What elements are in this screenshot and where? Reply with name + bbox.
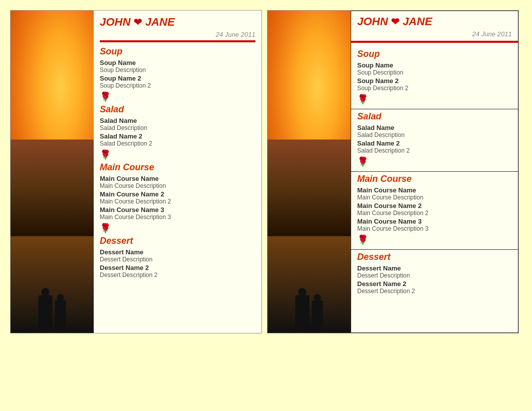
salad-item-2: Salad Name 2 Salad Description 2 (100, 132, 255, 147)
dessert-name-1: Dessert Name (100, 248, 255, 256)
main-item-3: Main Course Name 3 Main Course Descripti… (100, 206, 255, 221)
soup-name-1: Soup Name (100, 59, 255, 66)
card-1-content: JOHN ❤ JANE 24 June 2011 Soup Soup Name … (94, 11, 261, 333)
soup-item-1-2: Soup Name Soup Description (357, 61, 512, 76)
salad-item-2-2: Salad Name 2 Salad Description 2 (357, 140, 512, 154)
dessert-item-2-2: Dessert Name 2 Dessert Description 2 (357, 280, 512, 295)
rose-6: 🌹 (357, 234, 512, 245)
photo-1 (11, 11, 94, 333)
soup-title: Soup (100, 46, 255, 57)
salad-title: Salad (100, 104, 255, 115)
soup-desc-2-2: Soup Description 2 (357, 85, 512, 92)
card-2-header-area: JOHN ❤ JANE 24 June 2011 (351, 11, 518, 39)
name-john: JOHN (100, 16, 130, 29)
rose-icon-5: 🌹 (357, 156, 368, 167)
salad-title-2: Salad (357, 111, 512, 122)
soup-desc-2: Soup Description 2 (100, 82, 255, 89)
salad-section: Salad Salad Name Salad Description Salad… (100, 104, 255, 160)
page-wrapper: JOHN ❤ JANE 24 June 2011 Soup Soup Name … (10, 10, 522, 333)
name-john-2: JOHN (357, 15, 388, 28)
event-date-2: 24 June 2011 (357, 30, 512, 38)
salad-section-2: Salad Salad Name Salad Description Salad… (351, 109, 518, 172)
silhouette-2 (268, 220, 351, 333)
divider-1 (100, 40, 255, 42)
divider-2 (351, 41, 518, 43)
rose-5: 🌹 (357, 156, 512, 167)
rose-icon-4: 🌹 (357, 94, 368, 105)
couple-names: JOHN ❤ JANE (100, 16, 175, 29)
main-item-2-2: Main Course Name 2 Main Course Descripti… (357, 202, 512, 217)
dessert-item-1: Dessert Name Dessert Description (100, 248, 255, 263)
rose-icon-1: 🌹 (100, 91, 111, 102)
soup-item-2-2: Soup Name 2 Soup Description 2 (357, 77, 512, 92)
salad-desc-2-2: Salad Description 2 (357, 147, 512, 154)
salad-name-1-2: Salad Name (357, 124, 512, 131)
card-2-content: JOHN ❤ JANE 24 June 2011 Soup Soup Name … (351, 11, 518, 333)
dessert-item-2: Dessert Name 2 Dessert Description 2 (100, 264, 255, 279)
card-1-header: JOHN ❤ JANE (100, 16, 255, 29)
soup-desc-1-2: Soup Description (357, 69, 512, 76)
card-2-header: JOHN ❤ JANE (357, 15, 512, 28)
main-desc-2: Main Course Description 2 (100, 198, 255, 205)
main-title-2: Main Course (357, 174, 512, 184)
name-jane-2: JANE (403, 15, 432, 28)
salad-name-1: Salad Name (100, 117, 255, 124)
soup-name-1-2: Soup Name (357, 61, 512, 69)
dessert-section-2: Dessert Dessert Name Dessert Description… (351, 250, 518, 298)
salad-item-1: Salad Name Salad Description (100, 117, 255, 131)
rose-icon-2: 🌹 (100, 149, 111, 160)
soup-section: Soup Soup Name Soup Description Soup Nam… (100, 46, 255, 102)
soup-item-1: Soup Name Soup Description (100, 59, 255, 74)
main-desc-3: Main Course Description 3 (100, 214, 255, 221)
soup-section-2: Soup Soup Name Soup Description Soup Nam… (351, 47, 518, 109)
rose-1: 🌹 (100, 91, 255, 102)
rose-icon-6: 🌹 (357, 234, 368, 245)
dessert-desc-2: Dessert Description 2 (100, 271, 255, 279)
salad-name-2: Salad Name 2 (100, 132, 255, 140)
salad-desc-1: Salad Description (100, 124, 255, 131)
main-item-3-2: Main Course Name 3 Main Course Descripti… (357, 218, 512, 232)
main-title: Main Course (100, 162, 255, 173)
photo-2 (268, 11, 351, 333)
main-name-1-2: Main Course Name (357, 186, 512, 194)
main-name-1: Main Course Name (100, 175, 255, 182)
dessert-item-1-2: Dessert Name Dessert Description (357, 264, 512, 279)
salad-desc-1-2: Salad Description (357, 131, 512, 139)
rose-3: 🌹 (100, 223, 255, 234)
main-section-2: Main Course Main Course Name Main Course… (351, 172, 518, 250)
couple-names-2: JOHN ❤ JANE (357, 15, 432, 28)
soup-name-2-2: Soup Name 2 (357, 77, 512, 85)
main-name-3: Main Course Name 3 (100, 206, 255, 214)
main-desc-1: Main Course Description (100, 182, 255, 189)
soup-desc-1: Soup Description (100, 66, 255, 74)
dessert-title: Dessert (100, 236, 255, 246)
main-name-2-2: Main Course Name 2 (357, 202, 512, 210)
soup-name-2: Soup Name 2 (100, 75, 255, 82)
salad-item-1-2: Salad Name Salad Description (357, 124, 512, 139)
main-item-1: Main Course Name Main Course Description (100, 175, 255, 189)
main-item-2: Main Course Name 2 Main Course Descripti… (100, 190, 255, 205)
main-name-2: Main Course Name 2 (100, 190, 255, 198)
card-1: JOHN ❤ JANE 24 June 2011 Soup Soup Name … (10, 10, 262, 333)
dessert-section: Dessert Dessert Name Dessert Description… (100, 236, 255, 279)
main-desc-3-2: Main Course Description 3 (357, 225, 512, 232)
heart-icon: ❤ (134, 16, 142, 28)
main-item-1-2: Main Course Name Main Course Description (357, 186, 512, 201)
heart-icon-2: ❤ (391, 16, 400, 28)
event-date-1: 24 June 2011 (100, 31, 255, 38)
rose-icon-3: 🌹 (100, 223, 111, 234)
dessert-desc-1-2: Dessert Description (357, 272, 512, 279)
main-section: Main Course Main Course Name Main Course… (100, 162, 255, 234)
main-desc-2-2: Main Course Description 2 (357, 210, 512, 217)
rose-4: 🌹 (357, 94, 512, 105)
silhouette (11, 220, 94, 333)
name-jane: JANE (145, 16, 175, 29)
dessert-title-2: Dessert (357, 252, 512, 262)
soup-title-2: Soup (357, 49, 512, 59)
salad-name-2-2: Salad Name 2 (357, 140, 512, 147)
salad-desc-2: Salad Description 2 (100, 140, 255, 147)
main-desc-1-2: Main Course Description (357, 194, 512, 201)
dessert-name-1-2: Dessert Name (357, 264, 512, 272)
dessert-desc-1: Dessert Description (100, 256, 255, 263)
main-name-3-2: Main Course Name 3 (357, 218, 512, 225)
